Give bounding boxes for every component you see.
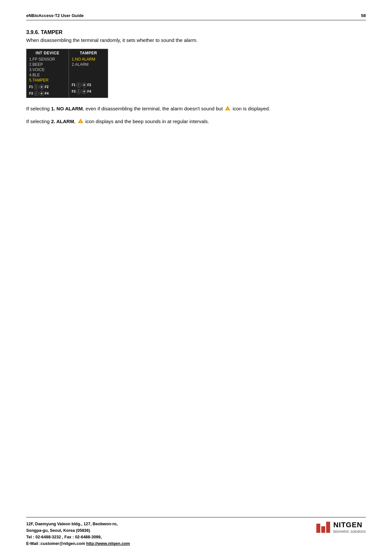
left-f1: F1	[29, 85, 33, 89]
header-title: eNBioAccess-T2 User Guide	[26, 13, 84, 18]
left-up-btn: ⇧	[34, 84, 39, 89]
ui-screenshot: INT DEVICE 1.FP SENSOR 2.BEEP 3.VOICE 4.…	[26, 49, 108, 98]
section-description: When disassembling the terminal randomly…	[26, 37, 366, 43]
section-title: TAMPER	[41, 29, 62, 35]
left-menu-item-2: 2.BEEP	[29, 62, 66, 67]
left-minus-btn: ✚	[39, 91, 44, 96]
logo-bar-3	[326, 522, 330, 533]
left-down-btn: ⇩	[34, 91, 39, 96]
alarm-bold: 2. ALARM	[51, 119, 74, 124]
right-btn-row-1: F1 ⇧ ✚ F2	[72, 83, 105, 87]
left-f2: F2	[45, 85, 49, 89]
svg-text:!: !	[227, 107, 228, 110]
footer-line-3: Tel : 02-6488-3232 , Fax : 02-6488-3099,	[26, 534, 130, 540]
no-alarm-bold: 1. NO ALARM	[51, 106, 83, 111]
logo-bar-1	[316, 524, 320, 533]
logo-bar-2	[321, 526, 325, 533]
left-plus-btn: ✚	[39, 84, 44, 89]
footer-line-2: Songpa-gu, Seoul, Korea (05836)	[26, 527, 130, 534]
body-paragraph-1: If selecting 1. NO ALARM, even if disass…	[26, 105, 366, 113]
footer-logo: NITGEN biometric solutions	[316, 521, 366, 534]
body-paragraph-2: If selecting 2. ALARM, ! icon displays a…	[26, 118, 366, 125]
right-down-btn: ⇩	[76, 89, 81, 94]
left-panel-header: INT DEVICE	[29, 51, 66, 55]
right-plus-btn: ✚	[82, 83, 87, 87]
warning-icon-1: !	[225, 105, 231, 113]
footer-line-1: 12F, Daemyung Valeon bldg., 127, Beobwon…	[26, 521, 130, 527]
left-panel: INT DEVICE 1.FP SENSOR 2.BEEP 3.VOICE 4.…	[27, 49, 68, 98]
logo-tagline: biometric solutions	[333, 529, 366, 534]
page-container: eNBioAccess-T2 User Guide 58 3.9.6. TAMP…	[0, 0, 392, 560]
logo-company-name: NITGEN	[333, 521, 366, 529]
page-number: 58	[361, 13, 366, 18]
right-panel-header: TAMPER	[72, 51, 105, 55]
footer-email: E-Mail :customer@nitgen.com	[26, 541, 86, 546]
section-heading: 3.9.6. TAMPER	[26, 29, 366, 35]
logo-icon	[316, 522, 330, 533]
left-f4: F4	[45, 92, 49, 95]
page-footer: 12F, Daemyung Valeon bldg., 127, Beobwon…	[26, 517, 366, 547]
logo-text-block: NITGEN biometric solutions	[333, 521, 366, 534]
right-up-btn: ⇧	[76, 83, 81, 87]
page-header: eNBioAccess-T2 User Guide 58	[26, 13, 366, 20]
left-btn-row-1: F1 ⇧ ✚ F2	[29, 84, 66, 89]
left-menu-item-4: 4.BLE	[29, 72, 66, 78]
right-menu-item-2: 2.ALARM	[72, 62, 105, 67]
section-number: 3.9.6.	[26, 29, 39, 35]
right-menu-item-1: 1.NO ALARM	[72, 57, 105, 62]
right-f1: F1	[72, 83, 76, 87]
left-btn-row-2: F3 ⇩ ✚ F4	[29, 91, 66, 96]
left-menu-item-5: 5.TAMPER	[29, 78, 66, 83]
left-f3: F3	[29, 92, 33, 95]
right-f2: F2	[87, 83, 91, 87]
right-panel: TAMPER 1.NO ALARM 2.ALARM F1 ⇧ ✚ F2 F3 ⇩…	[68, 49, 108, 98]
left-menu-item-3: 3.VOICE	[29, 67, 66, 72]
right-f4: F4	[87, 90, 91, 93]
left-menu-item-1: 1.FP SENSOR	[29, 57, 66, 62]
right-f3: F3	[72, 90, 76, 93]
warning-icon-2: !	[78, 118, 84, 126]
right-btn-row-2: F3 ⇩ ✚ F4	[72, 89, 105, 94]
footer-line-4: E-Mail :customer@nitgen.com http://www.n…	[26, 540, 130, 547]
footer-address: 12F, Daemyung Valeon bldg., 127, Beobwon…	[26, 521, 130, 547]
svg-text:!: !	[80, 120, 81, 123]
footer-website-link[interactable]: http://www.nitgen.com	[86, 541, 130, 546]
right-circle-btn: ✚	[82, 89, 87, 94]
